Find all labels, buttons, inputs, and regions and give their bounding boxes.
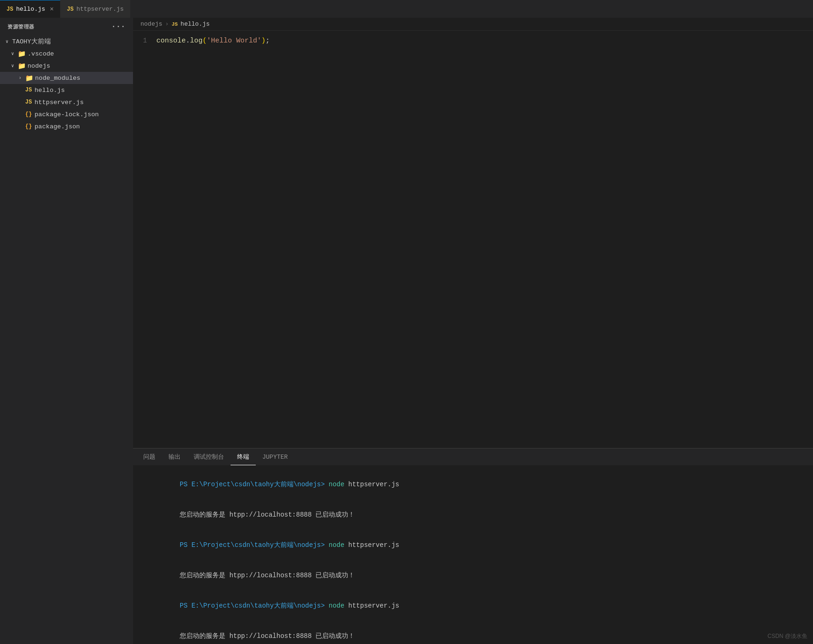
panel-tab-problems[interactable]: 问题 [137, 448, 162, 465]
term-prompt-1: PS E:\Project\csdn\taohy大前端\nodejs> [180, 481, 329, 488]
sidebar-header: 资源管理器 ··· [0, 18, 133, 35]
terminal-line-5: PS E:\Project\csdn\taohy大前端\nodejs> node… [140, 591, 806, 621]
folder-icon-node-modules: 📁 [25, 74, 33, 82]
code-log: log [190, 37, 203, 45]
js-file-icon-hello: JS [25, 87, 33, 93]
code-editor[interactable]: 1 console.log('Hello World'); [133, 31, 813, 448]
sidebar-item-nodejs-label: nodejs [28, 63, 50, 70]
terminal-line-1: PS E:\Project\csdn\taohy大前端\nodejs> node… [140, 470, 806, 499]
term-output-4: 您启动的服务是 htpp://localhost:8888 已启动成功！ [180, 572, 355, 579]
sidebar-item-package-json-label: package.json [35, 123, 80, 130]
sidebar-root-label: TAOHY大前端 [12, 37, 51, 46]
terminal-panel: 问题 输出 调试控制台 终端 JUPYTER PS E:\Project\csd… [133, 448, 813, 644]
js-file-icon-httpserver: JS [25, 99, 33, 105]
tab-httpserver-js[interactable]: JS httpserver.js [60, 0, 130, 18]
chevron-down-icon-nodejs: ∨ [9, 63, 16, 69]
terminal-content[interactable]: PS E:\Project\csdn\taohy大前端\nodejs> node… [133, 465, 813, 644]
folder-icon-nodejs: 📁 [18, 62, 26, 70]
sidebar-item-nodejs[interactable]: ∨ 📁 nodejs [0, 60, 133, 72]
term-cmd-5: node [329, 602, 344, 609]
js-icon-httpserver: JS [67, 6, 73, 13]
term-cmd-args-5: httpserver.js [344, 602, 399, 609]
sidebar-more-button[interactable]: ··· [112, 22, 126, 31]
term-output-2: 您启动的服务是 htpp://localhost:8888 已启动成功！ [180, 511, 355, 518]
chevron-down-icon: ∨ [4, 39, 10, 44]
term-prompt-5: PS E:\Project\csdn\taohy大前端\nodejs> [180, 602, 329, 609]
breadcrumb-js-icon: JS [172, 21, 178, 27]
code-console: console [156, 37, 186, 45]
panel-tab-output[interactable]: 输出 [162, 448, 187, 465]
watermark: CSDN @淡水鱼 [767, 632, 807, 640]
sidebar-item-package-lock-label: package-lock.json [35, 111, 99, 118]
terminal-line-4: 您启动的服务是 htpp://localhost:8888 已启动成功！ [140, 561, 806, 590]
sidebar-item-hello-label: hello.js [35, 87, 65, 94]
panel-tab-terminal[interactable]: 终端 [231, 448, 256, 465]
term-output-6: 您启动的服务是 htpp://localhost:8888 已启动成功！ [180, 632, 355, 640]
tab-hello-js-label: hello.js [16, 6, 45, 13]
js-icon-hello: JS [7, 6, 13, 13]
code-line-1: 1 console.log('Hello World'); [133, 35, 813, 46]
sidebar-item-package-lock[interactable]: › {} package-lock.json [0, 108, 133, 120]
code-open-paren: ( [203, 37, 207, 45]
code-dot: . [186, 37, 190, 45]
code-semicolon: ; [266, 37, 270, 45]
code-close-paren: ) [261, 37, 266, 45]
term-cmd-args-3: httpserver.js [344, 541, 399, 549]
sidebar-item-hello-js[interactable]: › JS hello.js [0, 84, 133, 96]
sidebar-item-package-json[interactable]: › {} package.json [0, 120, 133, 133]
sidebar-item-vscode-label: .vscode [28, 50, 54, 57]
terminal-line-6: 您启动的服务是 htpp://localhost:8888 已启动成功！ [140, 622, 806, 644]
sidebar-item-node-modules[interactable]: › 📁 node_modules [0, 72, 133, 84]
term-cmd-3: node [329, 541, 344, 549]
term-cmd-args-1: httpserver.js [344, 481, 399, 488]
breadcrumb-filename: hello.js [181, 21, 210, 28]
panel-tab-jupyter[interactable]: JUPYTER [256, 448, 294, 465]
sidebar-item-httpserver-label: httpserver.js [35, 99, 84, 106]
sidebar-item-node-modules-label: node_modules [35, 75, 80, 82]
breadcrumb-nodejs: nodejs [140, 21, 162, 28]
sidebar-tree: ∨ TAOHY大前端 ∨ 📁 .vscode ∨ 📁 nodejs › 📁 no… [0, 35, 133, 644]
chevron-right-icon: ∨ [9, 51, 16, 56]
main-area: 资源管理器 ··· ∨ TAOHY大前端 ∨ 📁 .vscode ∨ 📁 nod… [0, 18, 813, 644]
sidebar: 资源管理器 ··· ∨ TAOHY大前端 ∨ 📁 .vscode ∨ 📁 nod… [0, 18, 133, 644]
json-file-icon-package-lock: {} [25, 111, 33, 118]
line-content-1: console.log('Hello World'); [156, 37, 270, 45]
tab-bar: JS hello.js × JS httpserver.js [0, 0, 813, 18]
json-file-icon-package: {} [25, 123, 33, 130]
line-number-1: 1 [133, 37, 156, 44]
sidebar-item-vscode[interactable]: ∨ 📁 .vscode [0, 48, 133, 60]
terminal-line-3: PS E:\Project\csdn\taohy大前端\nodejs> node… [140, 531, 806, 560]
term-cmd-1: node [329, 481, 344, 488]
tab-httpserver-js-label: httpserver.js [77, 6, 124, 13]
folder-icon-vscode: 📁 [18, 50, 26, 58]
sidebar-item-root[interactable]: ∨ TAOHY大前端 [0, 35, 133, 48]
terminal-line-2: 您启动的服务是 htpp://localhost:8888 已启动成功！ [140, 500, 806, 530]
panel-tabs: 问题 输出 调试控制台 终端 JUPYTER [133, 448, 813, 465]
tab-hello-js[interactable]: JS hello.js × [0, 0, 60, 18]
tab-close-hello[interactable]: × [50, 6, 54, 13]
sidebar-title: 资源管理器 [7, 23, 35, 30]
term-prompt-3: PS E:\Project\csdn\taohy大前端\nodejs> [180, 541, 329, 549]
chevron-right-icon-node-modules: › [17, 76, 23, 81]
panel-tab-debug[interactable]: 调试控制台 [187, 448, 231, 465]
editor-area: nodejs › JS hello.js 1 console.log('Hell… [133, 18, 813, 644]
breadcrumb-sep-1: › [165, 21, 169, 28]
code-string-hello: 'Hello World' [207, 37, 261, 45]
breadcrumb: nodejs › JS hello.js [133, 18, 813, 31]
sidebar-item-httpserver[interactable]: › JS httpserver.js [0, 96, 133, 108]
